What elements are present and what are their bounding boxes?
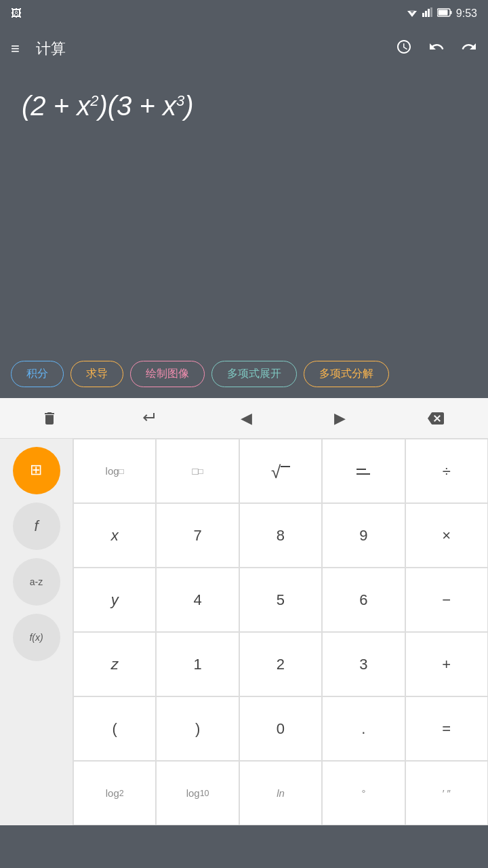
key-log[interactable]: log□	[73, 439, 156, 503]
functions-btn[interactable]: f	[13, 502, 60, 550]
svg-rect-6	[430, 7, 432, 17]
app-header: ≡ 计算	[0, 27, 488, 71]
key-close-paren[interactable]: )	[156, 696, 239, 761]
key-ln[interactable]: ln	[239, 761, 322, 825]
app-title: 计算	[36, 39, 396, 59]
variables-btn[interactable]: a-z	[13, 558, 60, 606]
key-5[interactable]: 5	[239, 568, 322, 632]
svg-rect-5	[428, 9, 430, 17]
key-2[interactable]: 2	[239, 632, 322, 696]
key-prime[interactable]: ′ ″	[405, 761, 488, 825]
image-icon: 🖼	[11, 7, 22, 20]
menu-icon[interactable]: ≡	[11, 40, 20, 58]
keypad: log□ □□ √ ÷ x 7 8 9 × y 4 5 6 − z 1 2	[73, 439, 488, 825]
key-dot[interactable]: .	[322, 696, 405, 761]
chip-expand[interactable]: 多项式展开	[211, 361, 297, 387]
key-1[interactable]: 1	[156, 632, 239, 696]
wifi-icon	[406, 7, 418, 20]
key-open-paren[interactable]: (	[73, 696, 156, 761]
svg-rect-9	[450, 11, 451, 14]
status-icons: 9:53	[406, 7, 477, 20]
function-fx-btn[interactable]: f(x)	[13, 614, 60, 661]
backspace-button[interactable]	[417, 405, 458, 432]
svg-rect-8	[438, 10, 447, 16]
svg-rect-3	[422, 13, 424, 17]
key-multiply[interactable]: ×	[405, 503, 488, 568]
history-icon[interactable]	[396, 39, 412, 59]
key-4[interactable]: 4	[156, 568, 239, 632]
key-log10[interactable]: log10	[156, 761, 239, 825]
operators-btn[interactable]: ⊞	[13, 447, 60, 494]
signal-icon	[422, 7, 433, 20]
left-arrow-button[interactable]: ◀	[230, 404, 263, 433]
key-3[interactable]: 3	[322, 632, 405, 696]
toolbar: ◀ ▶	[0, 398, 488, 439]
key-sqrt[interactable]: √	[239, 439, 322, 503]
key-power[interactable]: □□	[156, 439, 239, 503]
key-divide[interactable]: ÷	[405, 439, 488, 503]
svg-rect-4	[425, 11, 427, 17]
expression-display: (2 + x2)(3 + x3)	[22, 87, 466, 125]
svg-rect-14	[357, 473, 370, 475]
status-time: 9:53	[456, 7, 477, 20]
header-actions	[396, 39, 477, 59]
calculator-area: ⊞ f a-z f(x) log□ □□ √ ÷ x 7 8 9 ×	[0, 439, 488, 825]
key-plus[interactable]: +	[405, 632, 488, 696]
key-0[interactable]: 0	[239, 696, 322, 761]
chip-factor[interactable]: 多项式分解	[304, 361, 389, 387]
svg-rect-13	[357, 469, 366, 470]
delete-button[interactable]	[30, 405, 68, 432]
key-9[interactable]: 9	[322, 503, 405, 568]
key-7[interactable]: 7	[156, 503, 239, 568]
key-8[interactable]: 8	[239, 503, 322, 568]
status-bar-left: 🖼	[11, 7, 22, 20]
key-fraction[interactable]	[322, 439, 405, 503]
chips-area: 积分 求导 绘制图像 多项式展开 多项式分解	[0, 355, 488, 398]
chip-derivative[interactable]: 求导	[70, 361, 123, 387]
key-log2[interactable]: log2	[73, 761, 156, 825]
key-degree[interactable]: °	[322, 761, 405, 825]
chip-plot[interactable]: 绘制图像	[130, 361, 205, 387]
key-minus[interactable]: −	[405, 568, 488, 632]
key-equals[interactable]: =	[405, 696, 488, 761]
expression-area: (2 + x2)(3 + x3)	[0, 71, 488, 355]
svg-text:⊞: ⊞	[30, 461, 42, 478]
side-panel: ⊞ f a-z f(x)	[0, 439, 73, 825]
svg-text:√: √	[271, 462, 281, 482]
key-x[interactable]: x	[73, 503, 156, 568]
status-bar: 🖼 9:53	[0, 0, 488, 27]
key-y[interactable]: y	[73, 568, 156, 632]
right-arrow-button[interactable]: ▶	[323, 404, 357, 433]
svg-rect-12	[281, 466, 290, 467]
key-6[interactable]: 6	[322, 568, 405, 632]
key-z[interactable]: z	[73, 632, 156, 696]
undo-icon[interactable]	[428, 39, 445, 59]
redo-icon[interactable]	[461, 39, 477, 59]
chip-integral[interactable]: 积分	[11, 361, 64, 387]
battery-icon	[437, 7, 452, 20]
enter-button[interactable]	[129, 405, 169, 432]
